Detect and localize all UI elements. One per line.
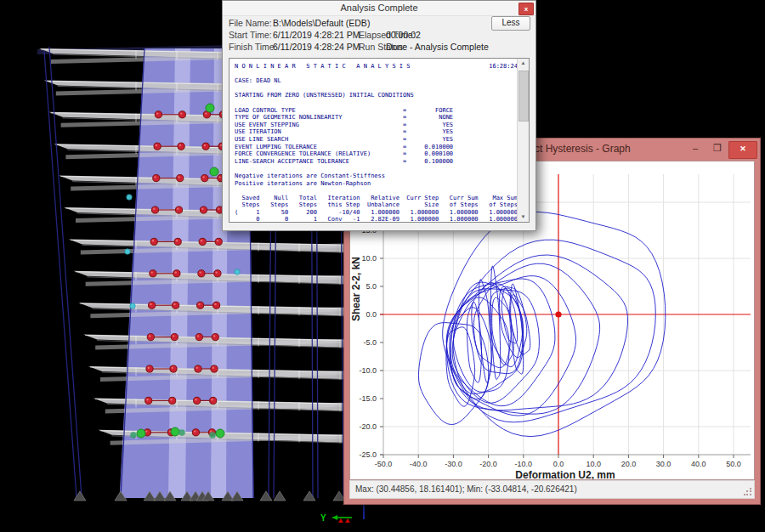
dialog-titlebar[interactable]: Analysis Complete x	[223, 1, 536, 16]
svg-text:30.0: 30.0	[656, 460, 672, 468]
scroll-thumb[interactable]	[518, 71, 529, 122]
svg-text:-25.0: -25.0	[359, 450, 377, 459]
svg-text:5.0: 5.0	[366, 282, 377, 291]
analysis-output-text: N O N L I N E A R S T A T I C A N A L Y …	[230, 59, 529, 223]
svg-text:-50.0: -50.0	[375, 460, 393, 468]
svg-text:-30.0: -30.0	[445, 460, 462, 468]
finish-time-label: Finish Time:	[229, 42, 277, 52]
less-button[interactable]: Less	[491, 16, 530, 31]
svg-text:20.0: 20.0	[621, 460, 637, 468]
start-time-label: Start Time:	[229, 30, 272, 40]
svg-text:0.0: 0.0	[366, 310, 377, 319]
graph-status-bar: Max: (30.44856, 18.161401); Min: (-33.04…	[349, 480, 755, 499]
scroll-up-icon[interactable]: ▲	[518, 59, 529, 68]
finish-time-value: 6/11/2019 4:28:24 PM	[273, 42, 360, 52]
svg-text:-40.0: -40.0	[410, 460, 428, 468]
svg-text:Y: Y	[320, 513, 326, 523]
file-name-label: File Name:	[229, 18, 272, 28]
close-icon[interactable]: ✕	[728, 141, 757, 159]
scroll-down-icon[interactable]: ▼	[518, 212, 529, 222]
graph-minmax-text: Max: (30.44856, 18.161401); Min: (-33.04…	[355, 484, 577, 494]
dialog-title: Analysis Complete	[340, 3, 417, 13]
svg-text:40.0: 40.0	[691, 460, 706, 468]
analysis-output-box[interactable]: N O N L I N E A R S T A T I C A N A L Y …	[229, 58, 530, 223]
svg-text:-5.0: -5.0	[363, 338, 377, 347]
y-axis-label: Shear 2-2, kN	[350, 257, 362, 321]
resize-grip-icon[interactable]	[744, 488, 752, 496]
origin-point-marker	[555, 311, 561, 317]
elapsed-time-value: 00:00:02	[386, 30, 421, 40]
start-time-value: 6/11/2019 4:28:21 PM	[273, 30, 360, 40]
svg-text:50.0: 50.0	[726, 460, 741, 468]
maximize-icon[interactable]: ❒	[706, 141, 728, 157]
svg-text:10.0: 10.0	[586, 460, 601, 468]
svg-text:-20.0: -20.0	[359, 422, 377, 431]
minimize-icon[interactable]: –	[684, 141, 706, 157]
run-status-value: Done - Analysis Complete	[386, 42, 489, 52]
svg-text:-10.0: -10.0	[359, 366, 377, 375]
svg-text:-20.0: -20.0	[479, 460, 497, 468]
graph-window-title: ct Hysteresis - Graph	[535, 143, 631, 155]
output-scrollbar[interactable]: ▲ ▼	[517, 59, 529, 222]
svg-text:0.0: 0.0	[553, 460, 564, 468]
analysis-complete-dialog: Analysis Complete x File Name: B:\Models…	[222, 0, 536, 231]
svg-text:10.0: 10.0	[361, 254, 377, 263]
svg-text:-10.0: -10.0	[515, 460, 533, 468]
svg-text:-15.0: -15.0	[359, 394, 377, 403]
file-name-value: B:\Models\Default (EDB)	[273, 18, 370, 28]
x-axis-label: Deformation U2, mm	[515, 469, 615, 479]
close-icon[interactable]: x	[518, 3, 534, 15]
